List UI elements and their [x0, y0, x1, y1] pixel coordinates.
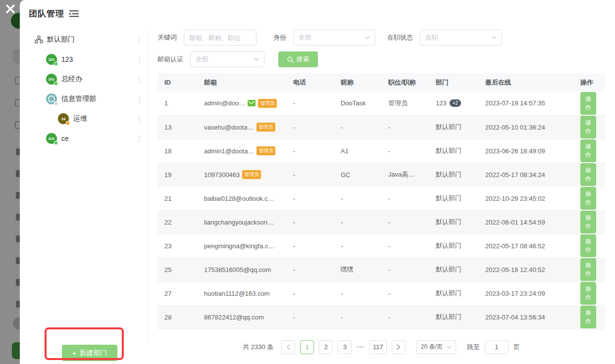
- cell-position: -: [381, 186, 429, 210]
- cell-id: 27: [157, 281, 197, 305]
- cell-action: 操作: [573, 186, 605, 210]
- cell-nickname: -: [334, 115, 381, 139]
- next-page-button[interactable]: [392, 340, 406, 354]
- chevron-down-icon: [492, 36, 497, 39]
- cell-department: 默认部门: [429, 281, 478, 305]
- department-text: 默认部门: [436, 241, 461, 250]
- row-action-button[interactable]: 操作: [580, 163, 596, 186]
- department-more-badge[interactable]: +2: [450, 99, 461, 107]
- table-row: 2517538516005@qq.com-嘿嘿-默认部门2022-05-18 1…: [157, 258, 605, 281]
- email-text: vasehu@doota…: [204, 124, 254, 131]
- cell-department: 默认部门: [429, 258, 478, 281]
- admin-badge: 管理员: [256, 146, 275, 155]
- department-text: 默认部门: [436, 123, 461, 132]
- cell-action: 操作: [573, 210, 605, 234]
- kebab-menu-icon[interactable]: ⋮: [136, 135, 143, 142]
- add-department-button[interactable]: + 新建部门: [62, 345, 117, 361]
- cell-last-online: 2023-07-04 13:56:34: [478, 305, 573, 329]
- per-page-select[interactable]: 20 条/页: [416, 340, 456, 354]
- row-action-button[interactable]: 操作: [580, 92, 596, 115]
- chevron-down-icon: [447, 346, 452, 349]
- outline-list-icon[interactable]: [69, 10, 79, 17]
- sidebar-item-label: ce: [61, 135, 69, 142]
- cell-id: 13: [157, 115, 197, 139]
- chevron-left-icon: [286, 344, 290, 350]
- cell-position: Java高…: [381, 163, 429, 186]
- cell-department: 123+2: [429, 91, 478, 115]
- search-button[interactable]: 搜索: [278, 51, 318, 67]
- row-action-button[interactable]: 操作: [580, 306, 596, 328]
- page-unit-label: 页: [513, 343, 520, 352]
- admin-badge: 管理员: [242, 170, 261, 179]
- page-button-117[interactable]: 117: [369, 340, 387, 354]
- identity-select[interactable]: 全部: [293, 30, 375, 46]
- table-header-row: ID邮箱电话昵称职位/职称部门最后在线操作: [157, 73, 605, 91]
- table-row: 21baibai0128@outlook.c…---默认部门2022-10-29…: [157, 186, 605, 210]
- kebab-menu-icon[interactable]: ⋮: [136, 115, 143, 123]
- page-button-1[interactable]: 1: [300, 340, 314, 354]
- row-action-button[interactable]: 操作: [580, 116, 596, 138]
- status-dot: [54, 82, 58, 86]
- row-action-button[interactable]: 操作: [580, 282, 596, 305]
- department-avatar: 16: [58, 113, 69, 124]
- row-action-button[interactable]: 操作: [580, 187, 596, 210]
- kebab-menu-icon[interactable]: ⋮: [136, 95, 143, 103]
- email-text: pengmingna@kingfa.c…: [204, 242, 275, 250]
- sidebar-item-department[interactable]: 信息管理部⋮: [32, 89, 144, 109]
- department-text: 默认部门: [436, 218, 461, 227]
- cell-nickname: -: [334, 210, 381, 234]
- cell-department: 默认部门: [429, 234, 478, 258]
- page-button-3[interactable]: 3: [338, 340, 352, 354]
- keyword-input[interactable]: [189, 34, 251, 42]
- sidebar-item-label: 总经办: [61, 75, 82, 84]
- table-row: 23pengmingna@kingfa.c…---默认部门2022-05-17 …: [157, 234, 605, 258]
- pagination-total: 共 2330 条: [243, 343, 273, 352]
- row-action-button[interactable]: 操作: [580, 211, 596, 233]
- email-text: admin1@doota…: [204, 147, 254, 155]
- cell-nickname: A1: [334, 139, 381, 163]
- cell-nickname: GC: [334, 163, 381, 186]
- sidebar-item-root-department[interactable]: 默认部门 ⋮: [32, 30, 144, 49]
- cell-department: 默认部门: [429, 305, 478, 329]
- table-row: 22liangchangyoujackson…---默认部门2022-06-01…: [157, 210, 605, 234]
- column-header: 电话: [286, 73, 334, 91]
- status-select[interactable]: 在职: [420, 30, 502, 46]
- add-department-label: 新建部门: [79, 349, 107, 358]
- page-button-2[interactable]: 2: [319, 340, 333, 354]
- cell-last-online: 2023-03-17 23:24:09: [478, 281, 573, 305]
- row-action-button[interactable]: 操作: [580, 139, 596, 162]
- table-row: 13vasehu@doota…管理员---默认部门2022-05-10 01:3…: [157, 115, 605, 139]
- cell-phone: -: [286, 305, 334, 329]
- cell-department: 默认部门: [429, 186, 478, 210]
- per-page-value: 20 条/页: [421, 343, 443, 351]
- cell-phone: -: [286, 186, 334, 210]
- kebab-menu-icon[interactable]: ⋮: [136, 36, 143, 44]
- sidebar-item-label: 123: [61, 55, 73, 63]
- column-header: 职位/职称: [381, 73, 429, 91]
- cell-action: 操作: [573, 281, 605, 305]
- sidebar-item-department[interactable]: DO123⋮: [32, 49, 144, 69]
- search-icon: [287, 56, 294, 63]
- cell-action: 操作: [573, 305, 605, 329]
- sidebar-item-department[interactable]: DO总经办⋮: [32, 69, 144, 89]
- sidebar-item-department[interactable]: 16运维⋮: [32, 109, 144, 129]
- status-select-value: 在职: [425, 33, 438, 42]
- prev-page-button[interactable]: [281, 340, 295, 354]
- cell-phone: -: [286, 163, 334, 186]
- row-action-button[interactable]: 操作: [580, 234, 596, 257]
- cell-position: -: [381, 139, 429, 163]
- row-action-button[interactable]: 操作: [580, 258, 596, 281]
- sidebar-item-department[interactable]: DOce⋮: [32, 129, 144, 148]
- verify-label: 邮箱认证: [157, 55, 183, 64]
- jump-page-input[interactable]: [485, 340, 509, 354]
- kebab-menu-icon[interactable]: ⋮: [136, 56, 143, 63]
- verify-select[interactable]: 全部: [190, 51, 264, 67]
- identity-label: 身份: [273, 33, 286, 42]
- status-dot: [54, 62, 58, 66]
- close-icon[interactable]: [4, 2, 17, 15]
- chevron-down-icon: [254, 58, 259, 61]
- kebab-menu-icon[interactable]: ⋮: [136, 76, 143, 83]
- org-tree-icon: [35, 36, 43, 44]
- department-avatar: DO: [46, 74, 57, 85]
- tree-children: DO123⋮DO总经办⋮信息管理部⋮16运维⋮DOce⋮: [32, 49, 144, 148]
